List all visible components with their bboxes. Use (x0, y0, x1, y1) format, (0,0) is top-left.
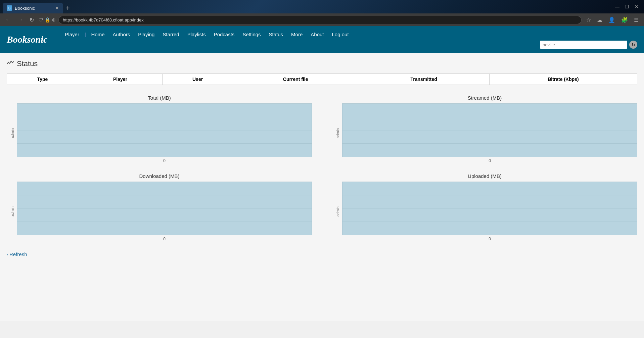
chart-total-ylabel: admin (7, 103, 17, 163)
new-tab-button[interactable]: + (63, 3, 73, 13)
browser-titlebar: B Booksonic ✕ + — ❐ ✕ (0, 0, 644, 13)
refresh-link[interactable]: › Refresh (7, 251, 637, 257)
nav-settings[interactable]: Settings (238, 30, 265, 39)
reload-button[interactable]: ↻ (28, 15, 36, 25)
nav-more[interactable]: More (287, 30, 307, 39)
chart-total-area: 0 (17, 103, 312, 163)
chart-total-container: Total (MB) admin 0 (7, 95, 312, 163)
main-nav: Player | Home Authors Playing Starred Pl… (61, 30, 637, 39)
chart-streamed-wrapper: admin 0 (332, 103, 637, 163)
chart-total-xlabel: 0 (17, 158, 312, 163)
security-icons: 🛡 🔒 ⊕ (39, 17, 56, 22)
close-window-button[interactable]: ✕ (632, 3, 641, 10)
chart-downloaded-canvas (17, 182, 312, 235)
search-icon: ↻ (632, 42, 635, 47)
chart-uploaded-wrapper: admin 0 (332, 182, 637, 241)
nav-podcasts[interactable]: Podcasts (210, 30, 239, 39)
chart-uploaded-area: 0 (342, 182, 637, 241)
nav-divider: | (83, 32, 87, 37)
chart-streamed-title: Streamed (MB) (468, 95, 502, 101)
chart-downloaded-xlabel: 0 (17, 237, 312, 241)
browser-chrome: B Booksonic ✕ + — ❐ ✕ ← → ↻ 🛡 🔒 ⊕ https:… (0, 0, 644, 26)
nav-authors[interactable]: Authors (109, 30, 134, 39)
chart-streamed-xlabel: 0 (342, 158, 637, 163)
tab-bar: B Booksonic ✕ + (3, 0, 73, 13)
extensions-button[interactable]: 🧩 (619, 15, 630, 25)
col-type: Type (7, 74, 78, 85)
search-input[interactable] (540, 41, 627, 49)
nav-playing[interactable]: Playing (134, 30, 158, 39)
col-user: User (162, 74, 233, 85)
url-display: https://bookk.4b7d704f68.cfloat.app/inde… (63, 17, 144, 22)
col-transmitted: Transmitted (358, 74, 490, 85)
active-tab: B Booksonic ✕ (3, 3, 63, 13)
status-table: Type Player User Current file Transmitte… (7, 74, 637, 85)
chart-total-canvas (17, 103, 312, 157)
chart-downloaded-title: Downloaded (MB) (139, 173, 179, 179)
page-content: Status Type Player User Current file Tra… (0, 53, 644, 321)
chart-uploaded-ylabel: admin (332, 182, 342, 241)
chart-total-wrapper: admin 0 (7, 103, 312, 163)
minimize-button[interactable]: — (612, 3, 622, 10)
nav-player[interactable]: Player (61, 30, 83, 39)
chart-downloaded-container: Downloaded (MB) admin 0 (7, 173, 312, 241)
col-bitrate: Bitrate (Kbps) (489, 74, 637, 85)
page-title: Status (17, 59, 38, 68)
refresh-label: Refresh (9, 251, 27, 257)
chart-downloaded-ylabel: admin (7, 182, 17, 241)
chart-streamed-ylabel: admin (332, 103, 342, 163)
site-info-icon: ⊕ (52, 17, 56, 22)
nav-status[interactable]: Status (265, 30, 287, 39)
chart-downloaded-wrapper: admin 0 (7, 182, 312, 241)
browser-toolbar: ← → ↻ 🛡 🔒 ⊕ https://bookk.4b7d704f68.cfl… (0, 13, 644, 26)
shield-icon: 🛡 (39, 17, 43, 22)
nav-about[interactable]: About (307, 30, 328, 39)
profile-button[interactable]: 👤 (606, 15, 617, 25)
charts-grid: Total (MB) admin 0 (7, 95, 637, 241)
chart-uploaded-canvas (342, 182, 637, 235)
address-bar[interactable]: https://bookk.4b7d704f68.cfloat.app/inde… (58, 16, 582, 24)
window-controls: — ❐ ✕ (612, 3, 641, 10)
chart-uploaded-container: Uploaded (MB) admin 0 (332, 173, 637, 241)
refresh-arrow-icon: › (7, 252, 8, 257)
nav-starred[interactable]: Starred (158, 30, 183, 39)
maximize-button[interactable]: ❐ (622, 3, 632, 10)
browser-actions: ☆ ☁ 👤 🧩 ☰ (584, 15, 641, 25)
chart-streamed-canvas (342, 103, 637, 157)
search-button[interactable]: ↻ (629, 41, 637, 49)
page-title-area: Status (7, 59, 637, 68)
pocket-button[interactable]: ☁ (595, 15, 604, 25)
bookmark-button[interactable]: ☆ (584, 15, 593, 25)
chart-total-title: Total (MB) (148, 95, 171, 101)
tab-close-button[interactable]: ✕ (55, 5, 59, 11)
chart-uploaded-title: Uploaded (MB) (468, 173, 502, 179)
app-logo: Booksonic (7, 34, 47, 45)
tab-favicon: B (7, 5, 12, 11)
col-player: Player (78, 74, 163, 85)
chart-streamed-container: Streamed (MB) admin 0 (332, 95, 637, 163)
chart-streamed-area: 0 (342, 103, 637, 163)
menu-button[interactable]: ☰ (632, 15, 641, 25)
chart-uploaded-xlabel: 0 (342, 237, 637, 241)
app-header: Booksonic Player | Home Authors Playing … (0, 26, 644, 53)
nav-home[interactable]: Home (87, 30, 109, 39)
col-current-file: Current file (233, 74, 358, 85)
nav-playlists[interactable]: Playlists (183, 30, 210, 39)
chart-downloaded-area: 0 (17, 182, 312, 241)
status-icon (7, 60, 14, 68)
tab-title: Booksonic (15, 6, 52, 11)
lock-icon: 🔒 (45, 17, 50, 22)
forward-button[interactable]: → (15, 15, 25, 24)
back-button[interactable]: ← (3, 15, 13, 24)
nav-logout[interactable]: Log out (328, 30, 353, 39)
